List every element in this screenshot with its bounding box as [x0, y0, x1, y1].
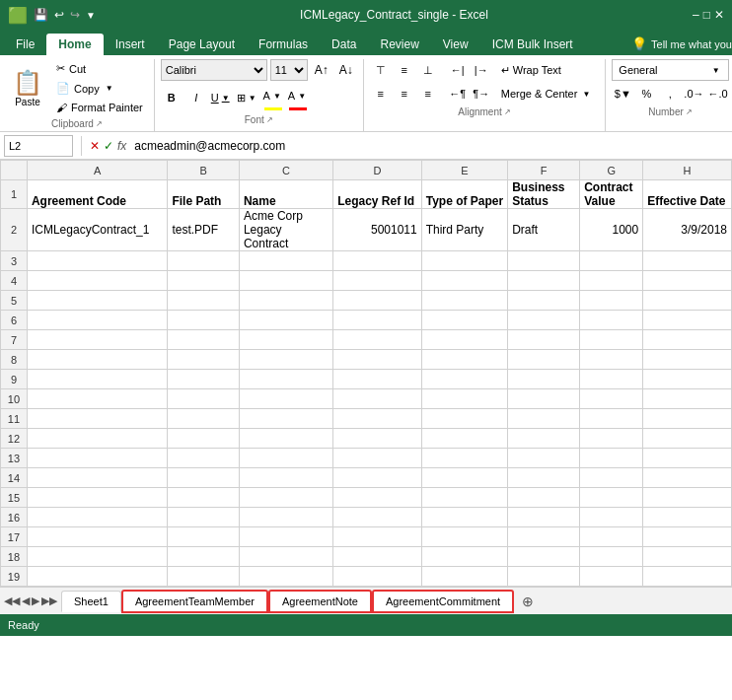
cell-c1[interactable]: Name: [239, 180, 332, 209]
merge-cells-button[interactable]: Merge & Center ▼: [494, 85, 600, 103]
save-icon[interactable]: 💾: [34, 8, 48, 22]
merge-dropdown-arrow[interactable]: ▼: [580, 90, 592, 99]
underline-dropdown[interactable]: ▼: [220, 94, 232, 103]
col-header-g[interactable]: G: [580, 161, 643, 180]
add-sheet-button[interactable]: ⊕: [514, 590, 542, 613]
rtl-btn[interactable]: ←¶: [447, 83, 469, 105]
col-header-e[interactable]: E: [421, 161, 507, 180]
customize-icon[interactable]: ▼: [86, 10, 96, 21]
minimize-icon[interactable]: –: [693, 8, 699, 22]
prev-sheet-btn[interactable]: ◀: [22, 595, 30, 607]
redo-icon[interactable]: ↪: [70, 8, 80, 22]
align-left-btn[interactable]: ≡: [370, 83, 392, 105]
font-name-select[interactable]: Calibri: [161, 59, 267, 81]
tab-insert[interactable]: Insert: [104, 34, 157, 55]
undo-icon[interactable]: ↩: [54, 8, 64, 22]
border-button[interactable]: ⊞▼: [236, 87, 259, 108]
decrease-decimal-btn[interactable]: .0→: [683, 83, 704, 105]
tab-data[interactable]: Data: [320, 34, 368, 55]
table-row: 19: [1, 567, 732, 587]
alignment-expand-icon[interactable]: ↗: [504, 107, 511, 116]
cell-g2[interactable]: 1000: [580, 209, 643, 251]
cell-h1[interactable]: Effective Date: [643, 180, 732, 209]
sheet-area[interactable]: A B C D E F G H 1 Agreement Code File Pa…: [0, 160, 732, 587]
tab-view[interactable]: View: [431, 34, 480, 55]
cell-a3[interactable]: [27, 251, 167, 271]
col-header-c[interactable]: C: [239, 161, 332, 180]
indent-decrease-btn[interactable]: ←|: [447, 59, 469, 81]
cell-d2[interactable]: 5001011: [333, 209, 422, 251]
cell-ref-input[interactable]: [4, 135, 73, 157]
next-sheet-btn[interactable]: ▶: [32, 595, 39, 607]
cut-label: Cut: [69, 63, 86, 75]
tab-home[interactable]: Home: [46, 34, 103, 55]
tab-page-layout[interactable]: Page Layout: [157, 34, 247, 55]
clipboard-expand-icon[interactable]: ↗: [96, 119, 103, 128]
font-size-select[interactable]: 11: [270, 59, 308, 81]
align-bottom-btn[interactable]: ⊥: [417, 59, 439, 81]
cell-b1[interactable]: File Path: [168, 180, 240, 209]
sheet-tab-sheet1[interactable]: Sheet1: [61, 591, 121, 612]
wrap-text-label: Wrap Text: [513, 64, 561, 76]
highlight-button[interactable]: A▼: [262, 85, 284, 106]
number-expand-icon[interactable]: ↗: [686, 107, 693, 116]
cell-e1[interactable]: Type of Paper: [421, 180, 507, 209]
cell-g1[interactable]: ContractValue: [580, 180, 643, 209]
sheet-tab-agreement-note[interactable]: AgreementNote: [268, 590, 372, 613]
bold-button[interactable]: B: [161, 87, 183, 108]
cell-b2[interactable]: test.PDF: [168, 209, 240, 251]
decrease-font-btn[interactable]: A↓: [335, 59, 357, 81]
align-middle-btn[interactable]: ≡: [394, 59, 415, 81]
increase-font-btn[interactable]: A↑: [311, 59, 332, 81]
font-expand-icon[interactable]: ↗: [266, 115, 273, 124]
currency-btn[interactable]: $▼: [612, 83, 633, 105]
sheet-tab-agreement-commitment[interactable]: AgreementCommitment: [372, 590, 514, 613]
italic-button[interactable]: I: [185, 87, 207, 108]
maximize-icon[interactable]: □: [703, 8, 710, 22]
tab-formulas[interactable]: Formulas: [247, 34, 320, 55]
paste-button[interactable]: 📋 Paste: [6, 60, 49, 115]
cut-button[interactable]: ✂ Cut: [51, 59, 148, 78]
font-color-button[interactable]: A▼: [287, 85, 309, 106]
last-sheet-btn[interactable]: ▶▶: [41, 595, 57, 607]
col-header-f[interactable]: F: [508, 161, 580, 180]
align-center-btn[interactable]: ≡: [394, 83, 415, 105]
tab-icm-bulk[interactable]: ICM Bulk Insert: [480, 34, 585, 55]
align-right-btn[interactable]: ≡: [417, 83, 439, 105]
align-top-btn[interactable]: ⊤: [370, 59, 392, 81]
prev-sheets-btn[interactable]: ◀◀: [4, 595, 20, 607]
indent-increase-btn[interactable]: |→: [471, 59, 492, 81]
col-header-b[interactable]: B: [168, 161, 240, 180]
col-header-h[interactable]: H: [643, 161, 732, 180]
copy-dropdown-arrow[interactable]: ▼: [104, 84, 115, 93]
cell-e2[interactable]: Third Party: [421, 209, 507, 251]
tab-file[interactable]: File: [4, 34, 46, 55]
cell-f2[interactable]: Draft: [508, 209, 580, 251]
tell-me-text[interactable]: Tell me what you: [651, 38, 732, 50]
sheet-tab-agreement-team[interactable]: AgreementTeamMember: [121, 590, 268, 613]
col-header-d[interactable]: D: [333, 161, 422, 180]
cell-a1[interactable]: Agreement Code: [27, 180, 167, 209]
cell-d1[interactable]: Legacy Ref Id: [333, 180, 422, 209]
cell-f1[interactable]: BusinessStatus: [508, 180, 580, 209]
copy-button[interactable]: 📄 Copy ▼: [51, 79, 148, 98]
cancel-formula-btn[interactable]: ✕: [90, 139, 100, 153]
insert-function-btn[interactable]: fx: [117, 139, 126, 153]
number-format-box[interactable]: General ▼: [612, 59, 728, 81]
col-header-a[interactable]: A: [27, 161, 167, 180]
confirm-formula-btn[interactable]: ✓: [104, 139, 113, 153]
underline-button[interactable]: U ▼: [210, 87, 233, 108]
tab-review[interactable]: Review: [368, 34, 430, 55]
close-icon[interactable]: ✕: [714, 8, 724, 22]
formula-input[interactable]: [130, 135, 728, 157]
cell-h2[interactable]: 3/9/2018: [643, 209, 732, 251]
wrap-text-button[interactable]: ↵ Wrap Text: [494, 61, 568, 80]
ltr-btn[interactable]: ¶→: [471, 83, 492, 105]
increase-decimal-btn[interactable]: ←.0: [707, 83, 729, 105]
comma-btn[interactable]: ,: [659, 83, 681, 105]
percent-btn[interactable]: %: [635, 83, 657, 105]
cell-c2[interactable]: Acme CorpLegacyContract: [239, 209, 332, 251]
cell-a2[interactable]: ICMLegacyContract_1: [27, 209, 167, 251]
number-format-dropdown[interactable]: ▼: [710, 66, 722, 75]
format-painter-button[interactable]: 🖌 Format Painter: [51, 99, 148, 116]
